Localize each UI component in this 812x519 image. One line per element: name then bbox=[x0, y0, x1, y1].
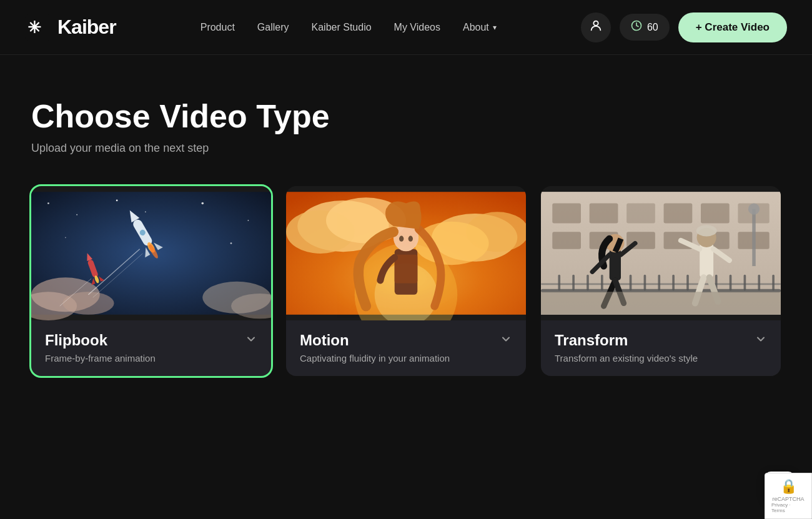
motion-description: Captivating fluidity in your animation bbox=[300, 353, 512, 363]
svg-rect-68 bbox=[601, 275, 603, 291]
svg-point-2 bbox=[593, 21, 598, 26]
recaptcha-badge: 🔒 reCAPTCHA Privacy · Terms bbox=[765, 473, 812, 519]
nav-item-product[interactable]: Product bbox=[201, 22, 235, 33]
transform-card-header: Transform bbox=[555, 332, 767, 349]
svg-rect-94 bbox=[541, 292, 781, 315]
recaptcha-text: reCAPTCHA bbox=[772, 496, 804, 502]
nav-link-product[interactable]: Product bbox=[201, 22, 235, 32]
navbar: ✳ Kaiber Product Gallery Kaiber Studio M… bbox=[0, 0, 812, 55]
page-subtitle: Upload your media on the next step bbox=[31, 142, 781, 155]
svg-point-45 bbox=[408, 236, 413, 242]
nav-link-gallery[interactable]: Gallery bbox=[257, 22, 289, 32]
card-flipbook[interactable]: Flipbook Frame-by-frame animation bbox=[31, 186, 271, 376]
svg-rect-46 bbox=[395, 255, 418, 284]
page-title: Choose Video Type bbox=[31, 99, 781, 134]
svg-rect-72 bbox=[658, 275, 660, 291]
nav-item-about[interactable]: About ▾ bbox=[463, 22, 497, 33]
nav-link-my-videos[interactable]: My Videos bbox=[394, 22, 440, 32]
transform-title: Transform bbox=[555, 332, 628, 349]
svg-point-10 bbox=[248, 220, 249, 221]
credits-button[interactable]: 60 bbox=[620, 14, 670, 41]
svg-point-5 bbox=[47, 202, 49, 204]
nav-link-about[interactable]: About bbox=[463, 22, 489, 33]
kaiber-logo-icon: ✳ bbox=[25, 14, 51, 41]
flipbook-description: Frame-by-frame animation bbox=[45, 353, 257, 363]
svg-point-41 bbox=[415, 222, 489, 265]
video-type-cards: Flipbook Frame-by-frame animation bbox=[31, 186, 781, 376]
svg-point-9 bbox=[201, 202, 204, 205]
svg-point-6 bbox=[76, 214, 77, 215]
nav-item-gallery[interactable]: Gallery bbox=[257, 22, 289, 33]
logo-text: Kaiber bbox=[57, 16, 116, 39]
motion-card-body: Motion Captivating fluidity in your anim… bbox=[286, 320, 526, 376]
svg-rect-65 bbox=[558, 275, 560, 291]
svg-point-15 bbox=[62, 292, 114, 315]
motion-card-header: Motion bbox=[300, 332, 512, 349]
svg-rect-49 bbox=[552, 204, 581, 224]
create-video-button[interactable]: + Create Video bbox=[678, 12, 787, 42]
about-chevron-icon: ▾ bbox=[493, 23, 497, 32]
svg-rect-73 bbox=[672, 275, 675, 291]
svg-rect-78 bbox=[744, 275, 746, 291]
nav-item-studio[interactable]: Kaiber Studio bbox=[312, 22, 372, 33]
main-content: Choose Video Type Upload your media on t… bbox=[0, 55, 812, 413]
svg-text:✳: ✳ bbox=[27, 18, 41, 37]
user-icon bbox=[589, 19, 603, 36]
svg-rect-80 bbox=[772, 275, 775, 291]
user-profile-button[interactable] bbox=[581, 12, 611, 42]
svg-point-12 bbox=[230, 242, 232, 244]
flipbook-illustration bbox=[31, 186, 271, 320]
credits-icon bbox=[631, 20, 642, 34]
svg-rect-77 bbox=[730, 275, 732, 291]
card-motion[interactable]: Motion Captivating fluidity in your anim… bbox=[286, 186, 526, 376]
recaptcha-links: Privacy · Terms bbox=[771, 502, 805, 513]
nav-right: 60 + Create Video bbox=[581, 12, 787, 42]
svg-rect-51 bbox=[626, 204, 655, 224]
svg-rect-55 bbox=[552, 232, 581, 249]
flipbook-card-body: Flipbook Frame-by-frame animation bbox=[31, 320, 271, 376]
credits-count: 60 bbox=[647, 22, 658, 33]
motion-title: Motion bbox=[300, 332, 349, 349]
recaptcha-logo: 🔒 bbox=[780, 478, 797, 495]
nav-links: Product Gallery Kaiber Studio My Videos … bbox=[201, 22, 497, 33]
flipbook-chevron-icon bbox=[245, 333, 257, 348]
transform-chevron-icon bbox=[755, 333, 767, 348]
motion-image bbox=[286, 186, 526, 320]
svg-rect-50 bbox=[590, 204, 618, 224]
card-transform[interactable]: Transform Transform an existing video's … bbox=[541, 186, 781, 376]
svg-point-89 bbox=[696, 225, 717, 236]
flipbook-card-header: Flipbook bbox=[45, 332, 257, 349]
svg-rect-79 bbox=[758, 275, 760, 291]
motion-illustration bbox=[286, 186, 526, 320]
svg-point-62 bbox=[748, 204, 760, 215]
transform-card-body: Transform Transform an existing video's … bbox=[541, 320, 781, 376]
svg-point-7 bbox=[116, 200, 118, 202]
transform-image bbox=[541, 186, 781, 320]
motion-chevron-icon bbox=[500, 333, 512, 348]
svg-rect-52 bbox=[664, 204, 693, 224]
svg-point-8 bbox=[145, 211, 146, 212]
svg-rect-66 bbox=[572, 275, 575, 291]
logo[interactable]: ✳ Kaiber bbox=[25, 14, 116, 41]
svg-rect-74 bbox=[686, 275, 689, 291]
create-video-label: + Create Video bbox=[696, 21, 770, 34]
nav-item-my-videos[interactable]: My Videos bbox=[394, 22, 440, 33]
svg-point-11 bbox=[65, 237, 66, 239]
flipbook-title: Flipbook bbox=[45, 332, 107, 349]
nav-link-studio[interactable]: Kaiber Studio bbox=[312, 22, 372, 32]
svg-point-44 bbox=[399, 236, 404, 242]
transform-illustration bbox=[541, 186, 781, 320]
svg-rect-67 bbox=[587, 275, 589, 291]
svg-rect-71 bbox=[644, 275, 646, 291]
flipbook-image bbox=[31, 186, 271, 320]
svg-rect-61 bbox=[752, 209, 755, 266]
svg-rect-53 bbox=[701, 204, 730, 224]
transform-description: Transform an existing video's style bbox=[555, 353, 767, 363]
svg-rect-70 bbox=[630, 275, 632, 291]
